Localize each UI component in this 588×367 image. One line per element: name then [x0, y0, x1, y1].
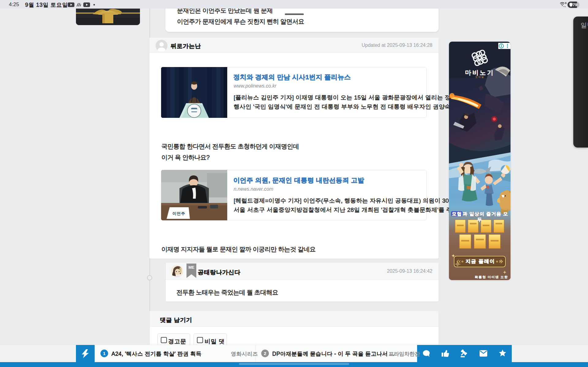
svg-text:6: 6 [565, 2, 567, 5]
svg-text:이언주: 이언주 [172, 211, 185, 216]
svg-text:ME: ME [188, 265, 194, 270]
